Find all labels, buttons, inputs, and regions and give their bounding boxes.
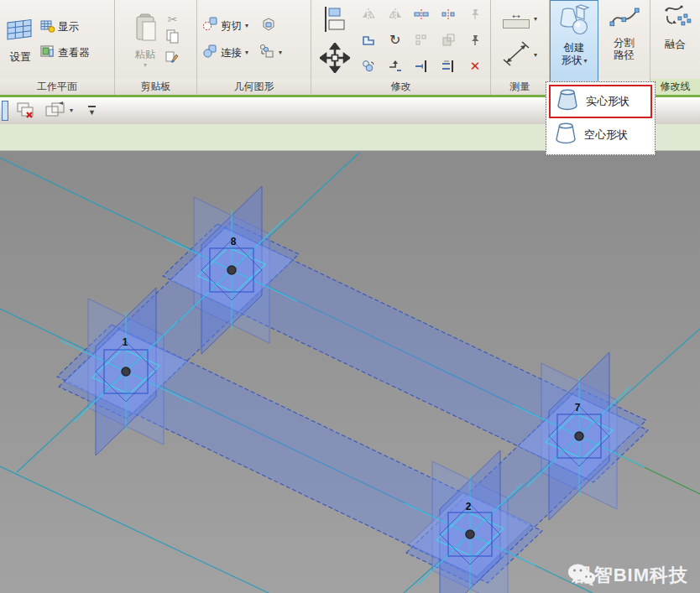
menu-item-solid-form[interactable]: 实心形状: [549, 85, 652, 118]
create-form-label-line2: 形状: [561, 55, 582, 67]
panel-clipboard: 粘贴 ▾ ✂: [115, 0, 197, 95]
delete-icon[interactable]: ✕: [467, 58, 483, 75]
panel-label-measure: 测量: [491, 79, 549, 95]
paste-label: 粘贴: [135, 48, 156, 62]
mirror-axis-icon: [387, 6, 404, 23]
create-form-shapes-icon: [557, 3, 591, 40]
profile-nodes: 8 1 7 2: [60, 186, 645, 593]
viewer-icon: [40, 44, 55, 63]
collapse-toolbar-icon[interactable]: ▼: [88, 106, 96, 117]
model-graphics: 8 1 7 2: [0, 151, 700, 593]
measure-linear-icon[interactable]: ↔: [503, 10, 530, 29]
measure-linear-caret-icon[interactable]: ▾: [534, 17, 537, 22]
measure-aligned-caret-icon[interactable]: ▾: [534, 53, 537, 58]
paste-clipboard-icon: [132, 13, 159, 47]
panel-label-clipboard: 剪贴板: [115, 79, 196, 95]
split-with-gap-icon[interactable]: [440, 6, 457, 23]
menu-item-void-form[interactable]: 空心形状: [549, 118, 652, 152]
align-icon[interactable]: [322, 5, 347, 37]
cut-geometry-icon: [202, 17, 217, 35]
void-form-label: 空心形状: [584, 127, 628, 143]
divide-path-button[interactable]: 分割 路径: [598, 0, 650, 79]
set-work-plane-button[interactable]: 设置: [5, 16, 35, 65]
solid-form-label: 实心形状: [586, 94, 629, 109]
node-number: 7: [575, 402, 581, 414]
node-number: 2: [466, 501, 472, 512]
docked-palette-edge[interactable]: [2, 101, 8, 121]
set-work-plane-label: 设置: [10, 50, 31, 65]
nudge-move-icon[interactable]: [387, 58, 404, 75]
node-number: 1: [123, 336, 128, 348]
join-caret-icon[interactable]: ▾: [245, 50, 248, 55]
panel-label-work-plane: 工作平面: [0, 79, 114, 95]
join-geometry-icon: [202, 44, 217, 62]
cut-scissors-icon[interactable]: ✂: [168, 14, 178, 25]
blend-button[interactable]: 融合: [650, 0, 700, 79]
void-form-icon: [552, 121, 579, 149]
show-work-plane-button[interactable]: 显示: [40, 18, 90, 37]
blend-icon: [660, 3, 692, 37]
copy-icon[interactable]: [166, 29, 180, 47]
create-form-label-line1: 创建: [561, 42, 587, 55]
offset-icon[interactable]: [360, 32, 377, 49]
scale-disabled-icon: [440, 32, 457, 49]
work-plane-grid-icon: [5, 16, 35, 49]
copy-blue-icon[interactable]: [360, 58, 377, 75]
panel-measure: ↔ ▾ ▾ 测量: [491, 0, 550, 95]
ruler-icon: [503, 19, 530, 29]
viewport-canvas[interactable]: 8 1 7 2 品智BIM科技: [0, 151, 700, 593]
switch-windows-caret-icon: ▾: [70, 108, 73, 113]
match-properties-brush-icon[interactable]: [165, 51, 180, 67]
split-element-icon[interactable]: [413, 6, 430, 23]
node-number: 8: [231, 236, 237, 247]
switch-windows-button[interactable]: ▾: [44, 101, 73, 121]
rotate-icon[interactable]: ↻: [387, 32, 404, 49]
create-form-caret-icon: ▾: [583, 59, 587, 64]
show-label: 显示: [58, 20, 79, 34]
unpin-disabled-icon: [467, 6, 483, 23]
revit-conceptual-mass-window: 设置 显示: [0, 0, 700, 593]
trim-extend-single-icon[interactable]: [413, 58, 430, 75]
divide-path-label-line2: 路径: [614, 49, 635, 62]
cube-face-icon[interactable]: [260, 17, 277, 35]
panel-blend: 融合 修改线: [650, 0, 700, 95]
paste-caret-icon: ▾: [144, 63, 147, 68]
create-form-dropdown: 实心形状 空心形状: [546, 81, 656, 155]
move-cross-icon[interactable]: [320, 43, 350, 76]
solid-form-icon: [554, 87, 581, 116]
trim-extend-multi-icon[interactable]: [440, 58, 457, 75]
panel-work-plane: 设置 显示: [0, 0, 115, 95]
panel-label-geometry: 几何图形: [197, 79, 311, 95]
panel-label-modify-line: 修改线: [650, 79, 700, 95]
array-disabled-icon: [413, 32, 430, 49]
join-geometry-button[interactable]: 连接: [221, 46, 242, 60]
close-hidden-windows-button[interactable]: [15, 101, 37, 121]
swap-geometry-icon[interactable]: [259, 44, 275, 62]
blend-label: 融合: [665, 39, 686, 51]
cut-caret-icon[interactable]: ▾: [245, 23, 248, 29]
divide-path-icon: [609, 3, 640, 35]
pin-icon[interactable]: [467, 32, 483, 49]
panel-label-modify: 修改: [311, 79, 490, 95]
panel-geometry: 剪切 ▾ 连: [197, 0, 311, 95]
viewer-button[interactable]: 查看器: [40, 44, 90, 63]
show-grid-icon: [40, 18, 55, 37]
mirror-project-icon: [360, 6, 377, 23]
panel-modify: ↻: [311, 0, 491, 95]
viewer-label: 查看器: [58, 46, 90, 60]
measure-aligned-icon[interactable]: [503, 41, 530, 70]
cut-geometry-button[interactable]: 剪切: [221, 19, 242, 34]
divide-path-label-line1: 分割: [614, 37, 635, 49]
paste-button[interactable]: 粘贴 ▾: [132, 13, 159, 68]
watermark: 品智BIM科技: [567, 563, 688, 588]
swap-caret-icon[interactable]: ▾: [279, 50, 282, 55]
